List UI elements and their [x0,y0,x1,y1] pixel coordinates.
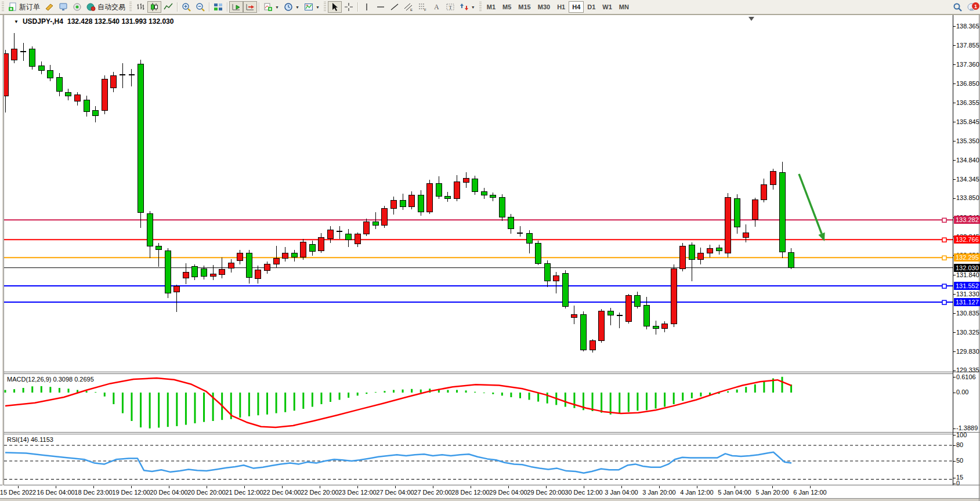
periods-button[interactable]: ▼ [281,1,302,13]
auto-trading-button[interactable]: 自动交易 [84,1,128,13]
zoom-out-icon [196,2,205,12]
macd-indicator-label: MACD(12,26,9) 0.3098 0.2695 [7,376,94,383]
clock-icon [284,2,293,12]
channel-icon: E [404,2,413,12]
time-axis-label: 22 Dec 20:00 [301,489,338,496]
dropdown-caret: ▼ [295,5,299,9]
styler-button[interactable] [42,1,56,13]
timeframe-button-W1[interactable]: W1 [599,1,616,13]
price-axis-label: 130.325 [956,329,979,336]
toolbar-grip[interactable] [2,2,4,12]
toolbar-separator [259,2,259,12]
timeframe-button-MN[interactable]: MN [616,1,632,13]
indicators-button[interactable]: ▼ [261,1,281,13]
bar-chart-mode-button[interactable] [133,1,147,13]
zoom-in-icon [182,2,191,12]
timeframe-button-M30[interactable]: M30 [534,1,554,13]
chart-window[interactable] [0,14,979,499]
svg-text:E: E [410,8,413,12]
auto-trading-icon [86,2,96,12]
timeframe-button-H1[interactable]: H1 [554,1,569,13]
chat-button[interactable]: 1 [965,1,980,13]
timeframe-button-M5[interactable]: M5 [499,1,515,13]
new-order-icon [8,2,17,12]
horizontal-line-icon [376,2,385,12]
auto-scroll-icon [232,2,241,12]
price-axis-label: 136.850 [956,80,979,87]
new-order-label: 新订单 [19,2,40,12]
rsi-scale-label: 100 [956,431,967,438]
time-axis-label: 5 Jan 20:00 [755,489,789,496]
chart-shift-button[interactable] [243,1,257,13]
chart-ohlc-values: 132.428 132.540 131.993 132.030 [67,17,174,26]
price-axis-label: 130.835 [956,310,979,317]
dropdown-caret: ▼ [275,5,279,9]
hline-price-badge: 132.295 [954,253,980,262]
price-axis-label: 137.360 [956,61,979,68]
time-axis-label: 28 Dec 12:00 [451,489,489,496]
cursor-button[interactable] [328,1,342,13]
current-price-badge: 132.030 [954,264,980,272]
toolbar-separator [209,2,209,12]
toolbar-separator [177,2,178,12]
monitor-icon [59,2,68,12]
price-axis-label: 129.335 [956,366,979,373]
trendline-button[interactable] [388,1,402,13]
macd-scale-label: 0.00 [956,389,968,395]
svg-text:T: T [449,5,452,10]
fibonacci-icon: F [418,2,427,12]
search-icon [953,2,963,12]
hammer-icon [45,2,54,12]
price-axis-label: 134.345 [956,176,979,183]
vertical-line-button[interactable] [360,1,374,13]
timeframe-button-D1[interactable]: D1 [584,1,599,13]
toolbar-grip[interactable] [479,2,482,12]
arrows-button[interactable]: ▼ [457,1,478,13]
cursor-icon [330,2,339,12]
fibonacci-button[interactable]: F [415,1,429,13]
new-order-button[interactable]: 新订单 [6,1,42,13]
time-axis-label: 29 Dec 20:00 [527,489,565,496]
price-axis-label: 136.355 [956,99,979,106]
time-axis-label: 23 Dec 12:00 [338,489,376,496]
toolbar-grip[interactable] [129,2,132,12]
price-axis-label: 131.330 [956,291,979,297]
time-axis-label: 18 Dec 23:00 [74,489,112,496]
chart-title: ▼ USDJPY-,H4 132.428 132.540 131.993 132… [14,17,173,26]
candlestick-icon [150,2,159,12]
search-button[interactable] [950,1,965,13]
timeframe-toolbar: M1M5M15M30H1H4D1W1MN [483,1,632,13]
crosshair-button[interactable] [342,1,356,13]
terminal-button[interactable] [56,1,70,13]
timeframe-button-H4[interactable]: H4 [569,1,584,13]
timeframe-button-M1[interactable]: M1 [483,1,499,13]
tile-windows-button[interactable] [211,1,225,13]
rsi-scale-label: 0 [956,480,960,487]
zoom-in-button[interactable] [179,1,193,13]
signal-icon [73,2,82,12]
zoom-out-button[interactable] [193,1,207,13]
price-axis-label: 138.365 [956,23,979,30]
chart-menu-triangle-icon[interactable]: ▼ [14,19,19,24]
templates-button[interactable]: ▼ [302,1,322,13]
dropdown-caret: ▼ [316,5,320,9]
text-label-button[interactable]: T [443,1,457,13]
time-axis-label: 6 Jan 12:00 [793,489,827,496]
bar-chart-icon [136,2,145,12]
timeframe-button-M15[interactable]: M15 [515,1,534,13]
toolbar-grip[interactable] [324,2,326,12]
text-button[interactable]: A [429,1,443,13]
line-chart-mode-button[interactable] [161,1,175,13]
time-axis-label: 4 Jan 12:00 [680,489,714,496]
price-axis-label: 133.850 [956,194,979,201]
price-axis-label: 135.845 [956,118,979,125]
time-axis-label: 21 Dec 12:00 [225,489,263,496]
auto-scroll-button[interactable] [229,1,243,13]
horizontal-line-button[interactable] [374,1,388,13]
rsi-scale-label: 50 [956,457,963,464]
candlestick-mode-button[interactable] [147,1,161,13]
price-axis-label: 134.840 [956,157,979,164]
equidistant-channel-button[interactable]: E [402,1,415,13]
time-axis-label: 5 Jan 04:00 [718,489,751,496]
signals-button[interactable] [70,1,84,13]
